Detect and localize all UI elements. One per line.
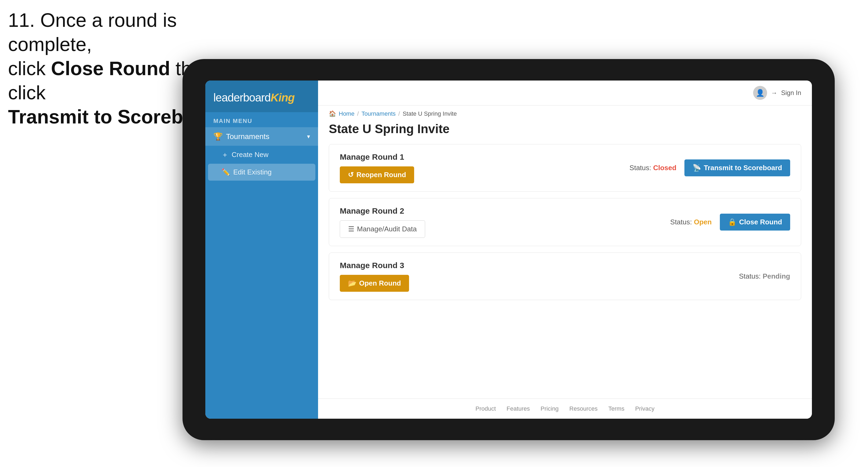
sidebar-item-tournaments[interactable]: 🏆 Tournaments ▾ (205, 127, 318, 146)
round-2-status: Status: Open (670, 218, 712, 226)
lock-icon: 🔒 (728, 218, 737, 226)
footer-resources[interactable]: Resources (569, 405, 597, 412)
footer-features[interactable]: Features (506, 405, 530, 412)
footer-privacy[interactable]: Privacy (635, 405, 654, 412)
chevron-down-icon: ▾ (307, 133, 310, 140)
tablet-frame: leaderboardKing MAIN MENU 🏆 Tournaments … (183, 59, 835, 440)
breadcrumb-sep1: / (357, 110, 359, 117)
round-3-title: Manage Round 3 (340, 261, 409, 270)
trophy-icon: 🏆 (213, 132, 223, 141)
sign-in-area[interactable]: 👤 → Sign In (753, 86, 801, 100)
round-2-section: Manage Round 2 ☰ Manage/Audit Data Statu… (329, 198, 801, 246)
reopen-round-label: Reopen Round (356, 171, 406, 179)
sidebar-menu-label: MAIN MENU (205, 112, 318, 127)
sidebar-logo: leaderboardKing (205, 81, 318, 112)
page-title: State U Spring Invite (318, 117, 812, 144)
sign-in-text: → (771, 89, 777, 97)
sidebar-tournaments-label: Tournaments (226, 132, 270, 141)
sign-in-label: Sign In (781, 89, 801, 97)
open-icon: 📂 (348, 279, 356, 287)
round-1-right: Status: Closed 📡 Transmit to Scoreboard (629, 159, 790, 176)
round-3-status-value: Pending (763, 272, 790, 280)
open-round-button[interactable]: 📂 Open Round (340, 275, 409, 292)
user-avatar: 👤 (753, 86, 767, 100)
round-1-left: Manage Round 1 ↺ Reopen Round (340, 152, 414, 183)
round-2-left: Manage Round 2 ☰ Manage/Audit Data (340, 207, 425, 238)
edit-icon: ✏️ (221, 168, 230, 176)
logo: leaderboardKing (213, 91, 310, 104)
close-round-button[interactable]: 🔒 Close Round (720, 214, 790, 230)
content-area: Manage Round 1 ↺ Reopen Round Status: Cl… (318, 144, 812, 399)
sidebar: leaderboardKing MAIN MENU 🏆 Tournaments … (205, 81, 318, 419)
footer: Product Features Pricing Resources Terms… (318, 399, 812, 419)
sidebar-sub-create-new[interactable]: ＋ Create New (205, 146, 318, 164)
round-1-status: Status: Closed (629, 164, 676, 172)
audit-icon: ☰ (348, 225, 354, 233)
footer-product[interactable]: Product (475, 405, 496, 412)
edit-existing-label: Edit Existing (233, 168, 272, 176)
breadcrumb-current: State U Spring Invite (403, 110, 457, 117)
round-2-title: Manage Round 2 (340, 207, 425, 216)
instruction-line2: click (8, 58, 51, 79)
transmit-scoreboard-button[interactable]: 📡 Transmit to Scoreboard (684, 159, 790, 176)
round-1-title: Manage Round 1 (340, 152, 414, 162)
instruction-bold1: Close Round (51, 58, 170, 79)
footer-pricing[interactable]: Pricing (540, 405, 559, 412)
reopen-round-button[interactable]: ↺ Reopen Round (340, 166, 414, 183)
round-2-status-value: Open (694, 218, 712, 226)
sidebar-sub-edit-existing[interactable]: ✏️ Edit Existing (208, 164, 315, 181)
plus-icon: ＋ (221, 150, 228, 159)
round-2-right: Status: Open 🔒 Close Round (670, 214, 790, 230)
open-round-label: Open Round (359, 279, 401, 287)
create-new-label: Create New (231, 151, 269, 159)
manage-audit-label: Manage/Audit Data (357, 225, 417, 233)
tablet-screen: leaderboardKing MAIN MENU 🏆 Tournaments … (205, 81, 812, 419)
breadcrumb-tournaments[interactable]: Tournaments (362, 110, 396, 117)
breadcrumb: 🏠 Home / Tournaments / State U Spring In… (318, 105, 812, 117)
round-3-status: Status: Pending (739, 272, 790, 280)
transmit-icon: 📡 (692, 164, 701, 172)
main-content: 👤 → Sign In 🏠 Home / Tournaments / State… (318, 81, 812, 419)
round-3-section: Manage Round 3 📂 Open Round Status: Pend… (329, 253, 801, 300)
logo-king: King (271, 91, 294, 104)
round-3-right: Status: Pending (739, 272, 790, 280)
home-icon: 🏠 (329, 110, 336, 117)
round-1-status-value: Closed (653, 164, 676, 172)
top-bar: 👤 → Sign In (318, 81, 812, 105)
breadcrumb-home[interactable]: Home (339, 110, 354, 117)
instruction-line1: 11. Once a round is complete, (8, 9, 177, 55)
breadcrumb-sep2: / (398, 110, 400, 117)
manage-audit-button[interactable]: ☰ Manage/Audit Data (340, 220, 425, 238)
reopen-icon: ↺ (348, 171, 354, 179)
footer-terms[interactable]: Terms (609, 405, 625, 412)
round-1-section: Manage Round 1 ↺ Reopen Round Status: Cl… (329, 144, 801, 192)
close-round-label: Close Round (739, 218, 782, 226)
transmit-scoreboard-label: Transmit to Scoreboard (704, 164, 782, 172)
round-3-left: Manage Round 3 📂 Open Round (340, 261, 409, 292)
